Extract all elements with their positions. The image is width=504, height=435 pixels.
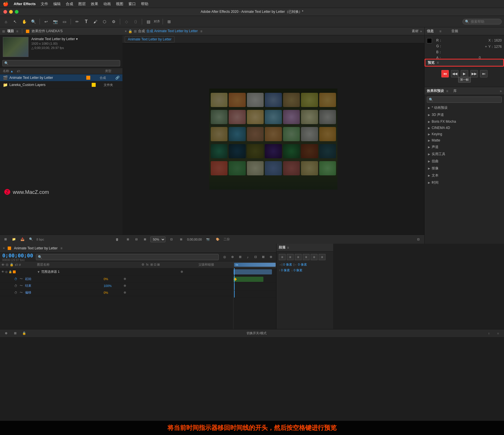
justify-right-button[interactable]: ≡ (319, 254, 325, 260)
text-tool[interactable]: T (83, 18, 90, 25)
menu-view[interactable]: 视图 (116, 1, 123, 7)
puppet-tool[interactable]: ⚙ (110, 18, 117, 25)
workspace-button[interactable]: ⊞ (165, 18, 173, 25)
graph-icon[interactable]: 〜 (20, 284, 23, 288)
align-left-button[interactable]: ≡ (279, 254, 286, 260)
comp-footer-grid[interactable]: ⊟ (133, 236, 140, 243)
effects-category-item[interactable]: ▶ 声道 (425, 143, 504, 151)
para-menu[interactable]: ≡ (287, 246, 289, 250)
first-frame-button[interactable]: ⏮ (441, 70, 449, 77)
justify-left-button[interactable]: ≡ (303, 254, 310, 260)
sort-icon[interactable]: ▲ (10, 69, 13, 73)
project-row[interactable]: 🎬 Animate Text Letter by Letter 合成 🔗 (0, 74, 122, 81)
motion-path[interactable]: ◇ (123, 18, 130, 25)
comp-tab[interactable]: Animate Text Letter by Letter (125, 36, 175, 42)
comp-footer-safe[interactable]: ⊠ (142, 236, 148, 243)
eye-toggle[interactable]: 👁 (1, 270, 4, 273)
project-row[interactable]: 📁 Laneka_Custom Layers 文件夹 (0, 81, 122, 89)
effects-category-item[interactable]: ▶ 时间 (425, 179, 504, 186)
expand-button[interactable]: ↑ (486, 330, 492, 336)
zoom-select[interactable]: 50% (150, 237, 165, 242)
menu-edit[interactable]: 编辑 (53, 1, 61, 7)
new-folder-button[interactable]: 📁 (11, 236, 17, 243)
fullscreen-button[interactable] (15, 10, 19, 14)
expand-toggle[interactable]: ▼ (37, 270, 40, 274)
layer-bar[interactable] (233, 269, 272, 274)
comp-footer-view[interactable]: ⊞ (125, 236, 131, 243)
preview-menu[interactable]: ≡ (437, 61, 439, 65)
effects-menu[interactable]: ≡ (446, 89, 448, 93)
justify-center-button[interactable]: ≡ (311, 254, 317, 260)
align-right-button[interactable]: ≡ (295, 254, 302, 260)
effects-category-item[interactable]: ▶ Matte (425, 137, 504, 143)
zoom-tool[interactable]: 🔍 (30, 18, 37, 25)
timeline-search-input[interactable] (44, 255, 217, 259)
audio-button[interactable]: ♪ (245, 254, 251, 260)
render-queue-button[interactable]: ⊞ (12, 330, 18, 336)
region-button[interactable]: ⊠ (260, 254, 266, 260)
pen-tool[interactable]: ✏ (73, 18, 81, 25)
undo-button[interactable]: ↩ (42, 18, 50, 25)
new-comp-button[interactable]: ⊞ (2, 236, 9, 243)
effects-category-item[interactable]: ▶ 实用工具 (425, 151, 504, 158)
menu-animation[interactable]: 动画 (103, 1, 111, 7)
menu-layer[interactable]: 图层 (78, 1, 86, 7)
effects-category-item[interactable]: ▶ Keying (425, 131, 504, 137)
panel-menu-icon[interactable]: ≡ (16, 29, 18, 33)
effects-category-item[interactable]: ▶ 文本 (425, 172, 504, 179)
menu-file[interactable]: 文件 (41, 1, 48, 7)
close-button[interactable] (3, 10, 7, 14)
camera-tool[interactable]: 📷 (52, 18, 59, 25)
solo-toggle[interactable]: ◎ (5, 270, 8, 273)
effects-category-item[interactable]: ▶ 3D 声道 (425, 111, 504, 118)
region-button[interactable]: ⊡ (168, 236, 175, 243)
lock-layer-button[interactable]: 🔒 (21, 330, 27, 336)
expand-icon[interactable]: » (420, 29, 422, 33)
dropdown-arrow[interactable]: ▾ (76, 37, 78, 41)
close-timeline[interactable]: × (3, 246, 5, 250)
next-frame-button[interactable]: ▶▶ (470, 70, 478, 77)
align-center-button[interactable]: ≡ (287, 254, 294, 260)
link-icon[interactable]: 🔗 (115, 76, 120, 80)
panel-menu[interactable]: ≡ (200, 29, 202, 33)
close-tab-icon[interactable]: × (125, 29, 127, 33)
align-button[interactable]: ▤ (145, 18, 152, 25)
project-search-input[interactable] (10, 61, 118, 65)
stopwatch-icon[interactable]: ⏱ (14, 277, 17, 281)
comp-render-button[interactable]: ⊞ (177, 236, 185, 243)
tl-menu[interactable]: ≡ (60, 246, 62, 250)
playhead[interactable] (234, 290, 235, 297)
paint-tool[interactable]: 🖌 (92, 18, 99, 25)
timeline-end[interactable]: ○ (495, 330, 501, 336)
selection-tool[interactable]: ↖ (11, 18, 19, 25)
import-button[interactable]: 📥 (19, 236, 26, 243)
delete-button[interactable]: 🗑 (114, 236, 120, 243)
graph-icon[interactable]: 〜 (20, 277, 23, 281)
lock-toggle[interactable]: 🔒 (9, 270, 12, 273)
prev-frame-button[interactable]: ◀◀ (451, 70, 458, 77)
play-button[interactable]: ▶ (461, 70, 468, 77)
color-button[interactable]: 🎨 (214, 236, 221, 243)
search-input[interactable] (471, 20, 499, 24)
minimize-button[interactable] (9, 10, 13, 14)
menu-effect[interactable]: 效果 (91, 1, 98, 7)
hand-tool[interactable]: ✋ (21, 18, 28, 25)
expand-viewer[interactable]: ⊡ (415, 236, 422, 243)
playhead[interactable] (234, 268, 235, 275)
stopwatch-icon[interactable]: ⏱ (14, 291, 17, 294)
playhead[interactable] (234, 283, 235, 290)
shape-tool[interactable]: ⬡ (101, 18, 108, 25)
info-menu[interactable]: ≡ (439, 29, 441, 33)
snapshot-button[interactable]: 📷 (204, 236, 212, 243)
find-button[interactable]: 🔍 (28, 236, 34, 243)
menu-composition[interactable]: 合成 (66, 1, 73, 7)
playhead[interactable] (234, 276, 235, 283)
last-frame-button[interactable]: ⏭ (480, 70, 487, 77)
expression[interactable]: ⟨⟩ (132, 18, 139, 25)
effects-category-item[interactable]: ▶ 扭曲 (425, 158, 504, 165)
stopwatch-icon[interactable]: ⏱ (14, 284, 17, 288)
mask-button[interactable]: ⊡ (252, 254, 259, 260)
motion-blur-button[interactable]: ⊛ (229, 254, 235, 260)
effects-category-item[interactable]: ▶ 抠像 (425, 165, 504, 172)
menu-help[interactable]: 帮助 (141, 1, 148, 7)
